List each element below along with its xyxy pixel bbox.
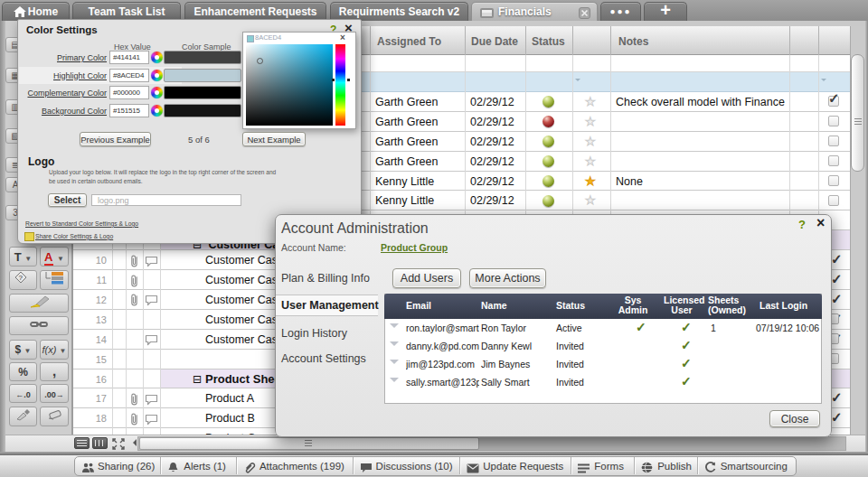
svg-text:?: ? [18,274,23,282]
